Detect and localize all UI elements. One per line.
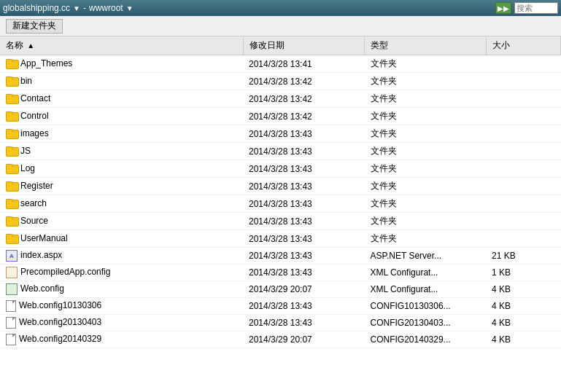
search-input[interactable] [514, 2, 558, 14]
file-name-cell[interactable]: Web.config20130403 [0, 315, 243, 332]
table-row[interactable]: Web.config2014/3/29 20:07XML Configurat.… [0, 281, 561, 298]
file-name-text: PrecompiledApp.config [20, 267, 110, 277]
file-name-text: Log [20, 163, 35, 173]
table-row[interactable]: Control2014/3/28 13:42文件夹 [0, 108, 561, 125]
file-size-cell: 4 KB [486, 315, 560, 332]
folder-icon [6, 216, 18, 227]
file-size-cell [486, 143, 560, 160]
file-date-cell: 2014/3/28 13:43 [243, 264, 365, 281]
folder-icon [6, 234, 18, 244]
file-date-cell: 2014/3/28 13:43 [243, 315, 365, 332]
site-dropdown-icon[interactable]: ▼ [73, 4, 80, 12]
file-name-cell[interactable]: bin [0, 73, 243, 90]
title-bar-right: ▶▶ [495, 2, 558, 14]
toolbar: 新建文件夹 [0, 16, 561, 36]
col-header-name[interactable]: 名称 ▲ [0, 36, 243, 55]
file-name-cell[interactable]: App_Themes [0, 55, 243, 73]
file-type-cell: CONFIG20130403... [365, 315, 487, 332]
file-size-cell [486, 108, 560, 125]
table-row[interactable]: bin2014/3/28 13:42文件夹 [0, 73, 561, 90]
file-size-cell: 21 KB [486, 248, 560, 264]
file-size-cell: 4 KB [486, 332, 560, 348]
file-icon [6, 334, 16, 345]
path-separator: - [83, 3, 86, 13]
table-row[interactable]: Source2014/3/28 13:43文件夹 [0, 213, 561, 230]
table-row[interactable]: Log2014/3/28 13:43文件夹 [0, 160, 561, 178]
table-row[interactable]: JS2014/3/28 13:43文件夹 [0, 143, 561, 160]
file-name-cell[interactable]: search [0, 195, 243, 213]
file-name-text: Web.config20130403 [19, 317, 101, 327]
table-row[interactable]: search2014/3/28 13:43文件夹 [0, 195, 561, 213]
table-row[interactable]: Contact2014/3/28 13:42文件夹 [0, 90, 561, 108]
table-row[interactable]: Web.config201304032014/3/28 13:43CONFIG2… [0, 315, 561, 332]
file-date-cell: 2014/3/28 13:43 [243, 248, 365, 264]
file-name-text: UserManual [20, 233, 68, 243]
file-name-text: Contact [20, 93, 50, 103]
sort-arrow-icon: ▲ [27, 42, 34, 50]
file-name-cell[interactable]: Log [0, 160, 243, 178]
file-name-text: App_Themes [20, 58, 72, 68]
file-name-text: JS [20, 146, 31, 156]
file-type-cell: ASP.NET Server... [365, 248, 487, 264]
file-name-cell[interactable]: PrecompiledApp.config [0, 264, 243, 281]
col-header-type[interactable]: 类型 [365, 36, 487, 55]
folder-icon [6, 199, 18, 209]
file-type-cell: 文件夹 [365, 213, 487, 230]
file-name-cell[interactable]: Aindex.aspx [0, 248, 243, 264]
file-name-cell[interactable]: images [0, 125, 243, 143]
table-header: 名称 ▲ 修改日期 类型 大小 [0, 36, 561, 55]
file-size-cell [486, 178, 560, 195]
folder-icon [6, 129, 18, 139]
file-size-cell [486, 55, 560, 73]
file-name-cell[interactable]: Web.config10130306 [0, 298, 243, 315]
file-size-cell [486, 125, 560, 143]
table-row[interactable]: Aindex.aspx2014/3/28 13:43ASP.NET Server… [0, 248, 561, 264]
nav-button[interactable]: ▶▶ [495, 2, 511, 14]
config-icon [6, 267, 18, 278]
file-name-cell[interactable]: Web.config [0, 281, 243, 298]
file-size-cell: 1 KB [486, 264, 560, 281]
file-type-cell: 文件夹 [365, 195, 487, 213]
file-name-cell[interactable]: Control [0, 108, 243, 125]
folder-icon [6, 59, 18, 69]
file-date-cell: 2014/3/28 13:43 [243, 125, 365, 143]
col-header-date[interactable]: 修改日期 [243, 36, 365, 55]
file-name-cell[interactable]: Web.config20140329 [0, 332, 243, 348]
file-date-cell: 2014/3/28 13:43 [243, 178, 365, 195]
file-name-text: index.aspx [20, 250, 62, 260]
file-date-cell: 2014/3/28 13:41 [243, 55, 365, 73]
table-row[interactable]: Web.config201403292014/3/29 20:07CONFIG2… [0, 332, 561, 348]
folder-icon [6, 77, 18, 87]
file-date-cell: 2014/3/29 20:07 [243, 281, 365, 298]
file-date-cell: 2014/3/28 13:42 [243, 73, 365, 90]
table-row[interactable]: Register2014/3/28 13:43文件夹 [0, 178, 561, 195]
aspx-icon: A [6, 250, 18, 262]
table-row[interactable]: Web.config101303062014/3/28 13:43CONFIG1… [0, 298, 561, 315]
folder-icon [6, 181, 18, 192]
file-name-cell[interactable]: UserManual [0, 230, 243, 248]
file-date-cell: 2014/3/28 13:43 [243, 213, 365, 230]
file-type-cell: CONFIG10130306... [365, 298, 487, 315]
file-name-text: Web.config [20, 283, 64, 294]
path-name[interactable]: wwwroot [89, 3, 123, 13]
file-size-cell [486, 73, 560, 90]
file-name-cell[interactable]: Source [0, 213, 243, 230]
file-name-cell[interactable]: Contact [0, 90, 243, 108]
site-name[interactable]: globalshipping.cc [3, 3, 70, 13]
file-name-cell[interactable]: Register [0, 178, 243, 195]
path-dropdown-icon[interactable]: ▼ [126, 4, 134, 12]
new-folder-button[interactable]: 新建文件夹 [6, 19, 63, 34]
file-icon [6, 317, 16, 329]
table-row[interactable]: PrecompiledApp.config2014/3/28 13:43XML … [0, 264, 561, 281]
file-type-cell: 文件夹 [365, 73, 487, 90]
table-row[interactable]: images2014/3/28 13:43文件夹 [0, 125, 561, 143]
col-header-size[interactable]: 大小 [486, 36, 560, 55]
table-row[interactable]: App_Themes2014/3/28 13:41文件夹 [0, 55, 561, 73]
file-type-cell: 文件夹 [365, 178, 487, 195]
file-date-cell: 2014/3/28 13:43 [243, 298, 365, 315]
file-name-text: Control [20, 111, 49, 121]
file-name-cell[interactable]: JS [0, 143, 243, 160]
file-size-cell [486, 160, 560, 178]
table-row[interactable]: UserManual2014/3/28 13:43文件夹 [0, 230, 561, 248]
file-date-cell: 2014/3/28 13:43 [243, 160, 365, 178]
